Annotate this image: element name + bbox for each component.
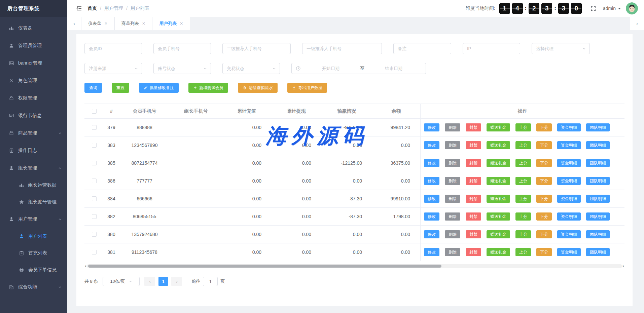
ban-action-button[interactable]: 封禁 bbox=[466, 230, 481, 238]
sidebar-item-11[interactable]: 用户管理 bbox=[0, 210, 67, 228]
sidebar-item-10[interactable]: 组长账号管理 bbox=[0, 194, 67, 210]
export-user-data-button[interactable]: 导出用户数据 bbox=[287, 83, 327, 93]
sub-score-action-button[interactable]: 下分 bbox=[536, 141, 552, 149]
funds-detail-action-button[interactable]: 资金明细 bbox=[557, 159, 581, 167]
ban-action-button[interactable]: 封禁 bbox=[466, 123, 481, 131]
sidebar-item-15[interactable]: 综合功能 bbox=[0, 278, 67, 296]
funds-detail-action-button[interactable]: 资金明细 bbox=[557, 195, 581, 203]
gift-bonus-action-button[interactable]: 赠送礼金 bbox=[487, 230, 510, 238]
ban-action-button[interactable]: 封禁 bbox=[466, 195, 481, 203]
gift-bonus-action-button[interactable]: 赠送礼金 bbox=[487, 195, 510, 203]
filter-input-4[interactable] bbox=[393, 43, 451, 54]
gift-bonus-action-button[interactable]: 赠送礼金 bbox=[487, 248, 510, 256]
sidebar-item-6[interactable]: 商品管理 bbox=[0, 124, 67, 142]
gift-bonus-action-button[interactable]: 赠送礼金 bbox=[487, 159, 510, 167]
close-icon[interactable]: ✕ bbox=[180, 21, 183, 26]
filter-select-2[interactable]: 交易状态 bbox=[222, 63, 280, 74]
scroll-left-arrow[interactable]: ◂ bbox=[84, 264, 86, 268]
reset-button[interactable]: 重置 bbox=[112, 83, 129, 93]
sidebar-item-4[interactable]: 权限管理 bbox=[0, 89, 67, 107]
search-button[interactable]: 查询 bbox=[84, 83, 102, 93]
add-score-action-button[interactable]: 上分 bbox=[515, 159, 531, 167]
delete-action-button[interactable]: 删除 bbox=[445, 230, 460, 238]
gift-bonus-action-button[interactable]: 赠送礼金 bbox=[487, 212, 510, 221]
add-score-action-button[interactable]: 上分 bbox=[515, 230, 531, 238]
filter-input-0[interactable] bbox=[84, 43, 142, 54]
team-detail-action-button[interactable]: 团队明细 bbox=[586, 177, 610, 185]
sub-score-action-button[interactable]: 下分 bbox=[536, 248, 552, 256]
gift-bonus-action-button[interactable]: 赠送礼金 bbox=[487, 177, 510, 185]
edit-action-button[interactable]: 修改 bbox=[424, 177, 439, 185]
team-detail-action-button[interactable]: 团队明细 bbox=[586, 141, 610, 149]
close-icon[interactable]: ✕ bbox=[104, 21, 108, 26]
delete-action-button[interactable]: 删除 bbox=[445, 177, 460, 185]
gift-bonus-action-button[interactable]: 赠送礼金 bbox=[487, 141, 510, 149]
tabs-scroll-left-icon[interactable]: ‹ bbox=[67, 17, 81, 30]
filter-input-1[interactable] bbox=[153, 43, 211, 54]
delete-action-button[interactable]: 删除 bbox=[445, 159, 460, 167]
filter-select-0[interactable]: 注册来源 bbox=[84, 63, 142, 74]
row-checkbox[interactable] bbox=[92, 125, 97, 130]
row-checkbox[interactable] bbox=[92, 250, 97, 255]
gift-bonus-action-button[interactable]: 赠送礼金 bbox=[487, 123, 510, 131]
team-detail-action-button[interactable]: 团队明细 bbox=[586, 195, 610, 203]
tab-1[interactable]: 商品列表✕ bbox=[115, 17, 152, 30]
tab-0[interactable]: 仪表盘✕ bbox=[81, 17, 115, 30]
sidebar-item-0[interactable]: 仪表盘 bbox=[0, 19, 67, 37]
filter-input-5[interactable] bbox=[463, 43, 520, 54]
edit-action-button[interactable]: 修改 bbox=[424, 248, 439, 256]
sub-score-action-button[interactable]: 下分 bbox=[536, 230, 552, 238]
filter-input-2[interactable] bbox=[222, 43, 291, 54]
row-checkbox[interactable] bbox=[92, 179, 97, 183]
funds-detail-action-button[interactable]: 资金明细 bbox=[557, 141, 581, 149]
edit-action-button[interactable]: 修改 bbox=[424, 212, 439, 221]
add-score-action-button[interactable]: 上分 bbox=[515, 177, 531, 185]
edit-action-button[interactable]: 修改 bbox=[424, 159, 439, 167]
delete-action-button[interactable]: 删除 bbox=[445, 123, 460, 131]
breadcrumb-item-0[interactable]: 首页 bbox=[87, 5, 97, 11]
avatar[interactable] bbox=[626, 2, 638, 14]
page-number-button[interactable]: 1 bbox=[158, 277, 168, 286]
breadcrumb-item-1[interactable]: 用户管理 bbox=[104, 5, 123, 11]
funds-detail-action-button[interactable]: 资金明细 bbox=[557, 212, 581, 221]
team-detail-action-button[interactable]: 团队明细 bbox=[586, 212, 610, 221]
scroll-right-arrow[interactable]: ▸ bbox=[623, 264, 624, 268]
sidebar-item-12[interactable]: 用户列表 bbox=[0, 228, 67, 245]
row-checkbox[interactable] bbox=[92, 161, 97, 165]
sub-score-action-button[interactable]: 下分 bbox=[536, 123, 552, 131]
sub-score-action-button[interactable]: 下分 bbox=[536, 159, 552, 167]
select-all-checkbox[interactable] bbox=[92, 109, 97, 114]
edit-action-button[interactable]: 修改 bbox=[424, 141, 439, 149]
team-detail-action-button[interactable]: 团队明细 bbox=[586, 248, 610, 256]
sidebar-item-8[interactable]: 组长管理 bbox=[0, 159, 67, 177]
row-checkbox[interactable] bbox=[92, 143, 97, 148]
edit-action-button[interactable]: 修改 bbox=[424, 123, 439, 131]
scrollbar-thumb[interactable] bbox=[88, 265, 441, 268]
funds-detail-action-button[interactable]: 资金明细 bbox=[557, 123, 581, 131]
delete-action-button[interactable]: 删除 bbox=[445, 212, 460, 221]
tabs-scroll-right-icon[interactable]: › bbox=[630, 17, 644, 30]
close-icon[interactable]: ✕ bbox=[142, 21, 145, 26]
ban-action-button[interactable]: 封禁 bbox=[466, 141, 481, 149]
edit-action-button[interactable]: 修改 bbox=[424, 230, 439, 238]
sidebar-item-13[interactable]: 首充列表 bbox=[0, 245, 67, 262]
page-size-select[interactable]: 10条/页 bbox=[103, 277, 140, 286]
sidebar-item-3[interactable]: 角色管理 bbox=[0, 72, 67, 89]
breadcrumb-item-2[interactable]: 用户列表 bbox=[131, 5, 149, 11]
team-detail-action-button[interactable]: 团队明细 bbox=[586, 123, 610, 131]
batch-edit-remark-button[interactable]: 批量修改备注 bbox=[139, 83, 179, 93]
ban-action-button[interactable]: 封禁 bbox=[466, 212, 481, 221]
next-page-button[interactable]: › bbox=[171, 277, 182, 286]
add-score-action-button[interactable]: 上分 bbox=[515, 212, 531, 221]
fullscreen-icon[interactable] bbox=[591, 6, 596, 11]
clear-virtual-flow-button[interactable]: 清除虚拟流水 bbox=[238, 83, 278, 93]
agent-select[interactable]: 选择代理 bbox=[532, 43, 590, 54]
edit-action-button[interactable]: 修改 bbox=[424, 195, 439, 203]
delete-action-button[interactable]: 删除 bbox=[445, 141, 460, 149]
tab-2[interactable]: 用户列表✕ bbox=[152, 17, 190, 30]
filter-input-3[interactable] bbox=[302, 43, 382, 54]
sidebar-item-2[interactable]: banner管理 bbox=[0, 54, 67, 72]
funds-detail-action-button[interactable]: 资金明细 bbox=[557, 177, 581, 185]
user-menu[interactable]: admin bbox=[603, 6, 621, 11]
add-test-member-button[interactable]: 新增测试会员 bbox=[188, 83, 228, 93]
